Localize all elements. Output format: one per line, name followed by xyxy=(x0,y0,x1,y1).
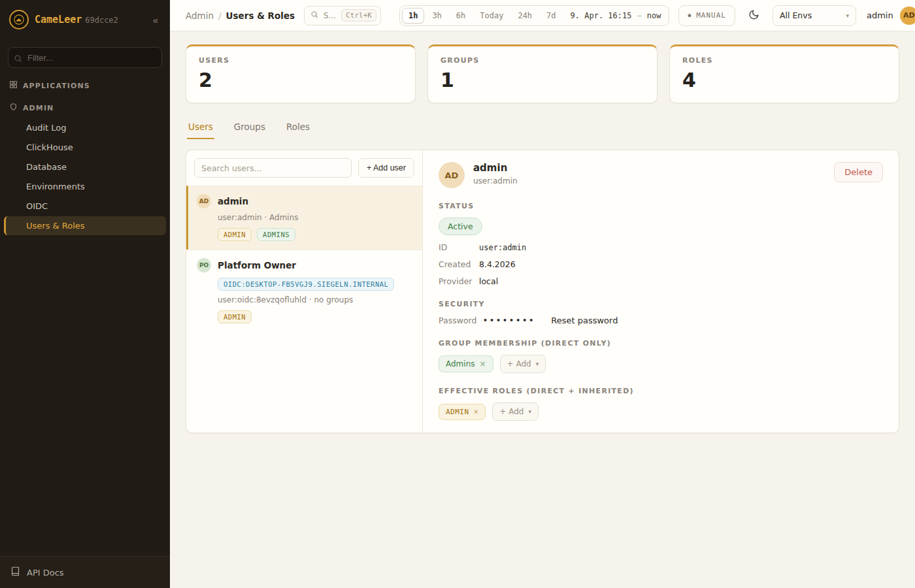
users-panel: + Add user AD admin user:admin · Admins … xyxy=(186,150,899,433)
role-badge: ADMIN xyxy=(218,310,252,323)
add-role-button[interactable]: + Add ▾ xyxy=(492,402,539,421)
breadcrumb-current: Users & Roles xyxy=(226,10,295,21)
group-chip-admins: Admins × xyxy=(439,355,493,372)
sidebar-item-database[interactable]: Database xyxy=(4,157,166,176)
add-group-button[interactable]: + Add ▾ xyxy=(500,355,546,373)
sidebar-filter xyxy=(8,47,162,68)
field-row-id: ID user:admin xyxy=(439,242,883,252)
tab-roles[interactable]: Roles xyxy=(285,116,311,139)
user-list-item-platform-owner[interactable]: PO Platform Owner OIDC:DESKTOP-FB5VGJ9.S… xyxy=(186,250,422,332)
user-detail-pane: AD admin user:admin Delete STATUS Active… xyxy=(423,150,899,433)
topbar-right: All Envs ▾ admin AD xyxy=(773,5,915,26)
refresh-mode-button[interactable]: ● MANUAL xyxy=(678,5,735,26)
user-search-input[interactable] xyxy=(194,158,352,178)
user-menu[interactable]: admin AD xyxy=(867,7,915,25)
breadcrumb-admin[interactable]: Admin xyxy=(186,10,214,21)
environment-selected: All Envs xyxy=(780,10,812,20)
breadcrumb: Admin / Users & Roles xyxy=(186,10,295,21)
user-subtitle: user:admin · Admins xyxy=(218,213,413,222)
avatar: AD xyxy=(197,194,211,208)
remove-role-icon[interactable]: × xyxy=(474,408,479,416)
username: admin xyxy=(867,10,893,20)
dark-mode-toggle[interactable] xyxy=(744,5,763,26)
avatar: AD xyxy=(439,162,465,188)
stats-row: USERS 2 GROUPS 1 ROLES 4 xyxy=(186,44,899,103)
global-search-button[interactable]: S... Ctrl+K xyxy=(304,6,381,25)
main-area: Admin / Users & Roles S... Ctrl+K 1h 3h … xyxy=(170,0,915,588)
password-row: Password •••••••• Reset password xyxy=(439,316,883,325)
sidebar-filter-input[interactable] xyxy=(8,47,162,68)
avatar: AD xyxy=(900,7,915,25)
time-range-3h[interactable]: 3h xyxy=(425,8,448,24)
time-range-picker: 1h 3h 6h Today 24h 7d 9. Apr. 16:15 — no… xyxy=(399,5,669,26)
time-range-6h[interactable]: 6h xyxy=(450,8,472,24)
security-heading: SECURITY xyxy=(439,300,883,308)
stat-card-roles: ROLES 4 xyxy=(669,44,899,103)
add-group-label: + Add xyxy=(507,359,531,368)
reset-password-link[interactable]: Reset password xyxy=(551,316,618,325)
group-chip-label: Admins xyxy=(446,359,475,368)
sidebar: CameLeer69dcce2 « APPLICATIONS ADMIN Aud… xyxy=(0,0,170,588)
sidebar-item-clickhouse[interactable]: ClickHouse xyxy=(4,138,166,157)
tab-groups[interactable]: Groups xyxy=(233,116,267,139)
user-list-toolbar: + Add user xyxy=(186,150,422,186)
effective-roles-row: ADMIN × + Add ▾ xyxy=(439,402,883,421)
time-range-7d[interactable]: 7d xyxy=(540,8,562,24)
grid-icon xyxy=(9,80,18,91)
password-mask: •••••••• xyxy=(483,316,535,325)
app-logo-icon xyxy=(9,10,29,29)
effective-roles-heading: EFFECTIVE ROLES (DIRECT + INHERITED) xyxy=(439,387,883,395)
delete-user-button[interactable]: Delete xyxy=(834,162,883,182)
user-detail-title: admin xyxy=(473,162,518,174)
breadcrumb-separator: / xyxy=(218,10,222,21)
sidebar-nav: Audit Log ClickHouse Database Environmen… xyxy=(0,118,170,236)
section-label: ADMIN xyxy=(23,104,54,112)
time-range-today[interactable]: Today xyxy=(473,8,510,24)
sidebar-item-audit-log[interactable]: Audit Log xyxy=(4,118,166,137)
stat-label: ROLES xyxy=(682,56,886,65)
stat-label: GROUPS xyxy=(441,56,644,65)
sidebar-item-environments[interactable]: Environments xyxy=(4,177,166,196)
field-value: user:admin xyxy=(479,243,526,252)
sidebar-item-oidc[interactable]: OIDC xyxy=(4,197,166,216)
status-badge: Active xyxy=(439,218,482,235)
api-docs-link[interactable]: API Docs xyxy=(0,556,170,588)
sidebar-collapse-button[interactable]: « xyxy=(150,13,161,27)
role-badge: ADMIN xyxy=(218,228,252,241)
app-name: CameLeer xyxy=(35,14,82,25)
user-detail-header: AD admin user:admin Delete xyxy=(439,162,883,188)
chevron-down-icon: ▾ xyxy=(536,361,539,367)
stat-card-groups: GROUPS 1 xyxy=(427,44,657,103)
field-row-created: Created 8.4.2026 xyxy=(439,259,883,269)
time-range-1h[interactable]: 1h xyxy=(402,8,424,24)
status-dot-icon: ● xyxy=(688,12,691,18)
password-label: Password xyxy=(439,316,483,325)
user-detail-subtitle: user:admin xyxy=(473,176,518,186)
environment-select[interactable]: All Envs ▾ xyxy=(773,5,856,26)
page-content: USERS 2 GROUPS 1 ROLES 4 Users Groups Ro… xyxy=(170,31,915,446)
remove-group-icon[interactable]: × xyxy=(480,360,486,368)
tab-users[interactable]: Users xyxy=(187,116,214,139)
add-user-button[interactable]: + Add user xyxy=(358,158,414,178)
group-membership-heading: GROUP MEMBERSHIP (DIRECT ONLY) xyxy=(439,339,883,348)
add-role-label: + Add xyxy=(499,407,524,416)
section-label: APPLICATIONS xyxy=(23,82,90,90)
search-icon xyxy=(310,10,318,20)
topbar: Admin / Users & Roles S... Ctrl+K 1h 3h … xyxy=(170,0,915,31)
time-range-display[interactable]: 9. Apr. 16:15 — now xyxy=(571,11,661,20)
status-heading: STATUS xyxy=(439,202,883,210)
user-badges: ADMIN xyxy=(218,310,413,323)
sidebar-section-admin[interactable]: ADMIN xyxy=(0,95,170,118)
stat-value: 1 xyxy=(441,69,644,91)
tab-bar: Users Groups Roles xyxy=(187,116,898,139)
time-range-24h[interactable]: 24h xyxy=(511,8,539,24)
search-label: S... xyxy=(324,11,336,20)
oidc-provider-badge: OIDC:DESKTOP-FB5VGJ9.SIEGELN.INTERNAL xyxy=(218,278,394,291)
sidebar-section-applications[interactable]: APPLICATIONS xyxy=(0,73,170,95)
user-list-item-admin[interactable]: AD admin user:admin · Admins ADMIN ADMIN… xyxy=(186,186,422,250)
user-badges: ADMIN ADMINS xyxy=(218,228,413,241)
chevron-down-icon: ▾ xyxy=(846,12,849,19)
stat-value: 4 xyxy=(682,69,886,91)
api-docs-label: API Docs xyxy=(27,568,64,578)
sidebar-item-users-roles[interactable]: Users & Roles xyxy=(4,216,166,235)
